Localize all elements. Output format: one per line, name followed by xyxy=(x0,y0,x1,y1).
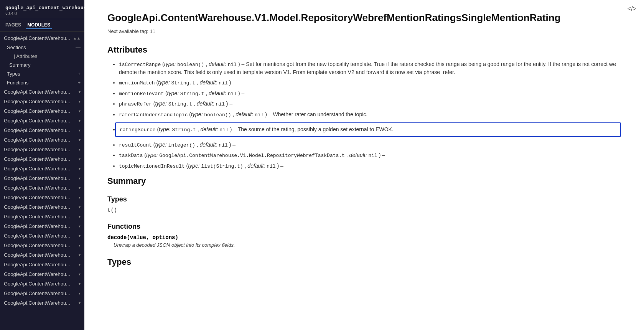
sidebar-module-0[interactable]: GoogleApi.ContentWarehou... ▾ xyxy=(0,87,84,97)
sidebar-types[interactable]: Types + xyxy=(0,69,84,78)
sidebar-module-17[interactable]: GoogleApi.ContentWarehou... ▾ xyxy=(0,250,84,260)
attr-type-resultCount: (type: integer() , default: nil ) – xyxy=(153,142,236,148)
sidebar-module-19[interactable]: GoogleApi.ContentWarehou... ▾ xyxy=(0,269,84,279)
sidebar-module-13[interactable]: GoogleApi.ContentWarehou... ▾ xyxy=(0,212,84,221)
summary-label: Summary xyxy=(9,62,31,68)
chevron-icon-0: ▾ xyxy=(79,90,81,94)
chevron-icon-7: ▾ xyxy=(79,157,81,161)
sidebar-summary[interactable]: Summary xyxy=(0,61,84,69)
tab-pages[interactable]: PAGES xyxy=(4,21,23,29)
types-heading: Types xyxy=(107,195,621,203)
chevron-icon-18: ▾ xyxy=(79,262,81,267)
sidebar-module-18[interactable]: GoogleApi.ContentWarehou... ▾ xyxy=(0,260,84,269)
function-description: Unwrap a decoded JSON object into its co… xyxy=(107,242,621,248)
attr-mentionMatch: mentionMatch (type: String.t , default: … xyxy=(119,79,621,87)
chevron-icon-2: ▾ xyxy=(79,109,81,113)
attr-name-isCorrectRange: isCorrectRange xyxy=(119,62,161,68)
sidebar-module-10[interactable]: GoogleApi.ContentWarehou... ▾ xyxy=(0,183,84,193)
sidebar-module-11[interactable]: GoogleApi.ContentWarehou... ▾ xyxy=(0,193,84,202)
sections-label: Sections xyxy=(7,45,26,50)
type-signature: t() xyxy=(107,207,621,213)
sidebar-module-15[interactable]: GoogleApi.ContentWarehou... ▾ xyxy=(0,231,84,241)
attr-type-mentionMatch: (type: String.t , default: nil ) – xyxy=(156,79,236,86)
types-plus-icon: + xyxy=(77,71,81,77)
module-label-17: GoogleApi.ContentWarehou... xyxy=(4,252,77,258)
chevron-icon-4: ▾ xyxy=(79,128,81,132)
sidebar-functions[interactable]: Functions + xyxy=(0,78,84,87)
sidebar-active-module[interactable]: GoogleApi.ContentWarehou... ▲ ▲ xyxy=(0,33,84,43)
sidebar-module-6[interactable]: GoogleApi.ContentWarehou... ▾ xyxy=(0,145,84,154)
chevron-icon-20: ▾ xyxy=(79,282,81,286)
sidebar-module-2[interactable]: GoogleApi.ContentWarehou... ▾ xyxy=(0,106,84,116)
attr-type-topicMentionedInResult: (type: list(String.t) , default: nil ) – xyxy=(186,163,283,169)
attributes-label: | Attributes xyxy=(14,53,37,59)
chevron-icon-16: ▾ xyxy=(79,243,81,248)
main-content: GoogleApi.ContentWarehouse.V1.Model.Repo… xyxy=(84,0,644,330)
attr-mentionRelevant: mentionRelevant (type: String.t , defaul… xyxy=(119,89,621,98)
sidebar-module-1[interactable]: GoogleApi.ContentWarehou... ▾ xyxy=(0,97,84,106)
sidebar-nav: GoogleApi.ContentWarehou... ▲ ▲ Sections… xyxy=(0,32,84,330)
code-toggle-icon[interactable]: </> xyxy=(628,5,636,12)
sidebar-tabs: PAGES MODULES xyxy=(0,19,84,32)
page-title: GoogleApi.ContentWarehouse.V1.Model.Repo… xyxy=(107,12,407,25)
attr-resultCount: resultCount (type: integer() , default: … xyxy=(119,141,621,149)
attr-name-mentionRelevant: mentionRelevant xyxy=(119,91,164,97)
sidebar-module-21[interactable]: GoogleApi.ContentWarehou... ▾ xyxy=(0,289,84,298)
chevron-icon-8: ▾ xyxy=(79,167,81,171)
sidebar-sections[interactable]: Sections — xyxy=(0,43,84,52)
up-arrow-icon: ▲ xyxy=(77,36,81,40)
module-label-18: GoogleApi.ContentWarehou... xyxy=(4,262,77,267)
attr-name-resultCount: resultCount xyxy=(119,142,152,148)
summary-heading: Summary xyxy=(107,176,621,186)
module-label-7: GoogleApi.ContentWarehou... xyxy=(4,156,77,162)
sidebar-module-5[interactable]: GoogleApi.ContentWarehou... ▾ xyxy=(0,135,84,145)
function-signature: decode(value, options) xyxy=(107,234,621,241)
module-label-22: GoogleApi.ContentWarehou... xyxy=(4,300,77,306)
attr-ratingSource-highlighted: ratingSource (type: String.t , default: … xyxy=(115,122,621,137)
next-tag-label: Next available tag: xyxy=(107,28,148,34)
attr-type-taskData: (type: GoogleApi.ContentWarehouse.V1.Mod… xyxy=(144,152,385,158)
active-module-label: GoogleApi.ContentWarehou... xyxy=(4,35,71,41)
tab-modules[interactable]: MODULES xyxy=(26,21,52,29)
module-label-4: GoogleApi.ContentWarehou... xyxy=(4,127,77,133)
module-label-14: GoogleApi.ContentWarehou... xyxy=(4,223,77,229)
attr-name-mentionMatch: mentionMatch xyxy=(119,80,155,86)
types-label: Types xyxy=(7,71,20,77)
module-label-13: GoogleApi.ContentWarehou... xyxy=(4,214,77,219)
sidebar-module-3[interactable]: GoogleApi.ContentWarehou... ▾ xyxy=(0,116,84,125)
attr-name-taskData: taskData xyxy=(119,153,143,158)
sidebar-module-14[interactable]: GoogleApi.ContentWarehou... ▾ xyxy=(0,221,84,231)
sidebar-module-12[interactable]: GoogleApi.ContentWarehou... ▾ xyxy=(0,202,84,212)
attr-type-raterCanUnderstandTopic: (type: boolean() , default: nil ) – Whet… xyxy=(189,111,367,117)
sidebar-module-4[interactable]: GoogleApi.ContentWarehou... ▾ xyxy=(0,125,84,135)
sidebar-version: v0.4.0 xyxy=(5,11,79,16)
chevron-icon-1: ▾ xyxy=(79,99,81,104)
module-label-5: GoogleApi.ContentWarehou... xyxy=(4,137,77,143)
sidebar-module-9[interactable]: GoogleApi.ContentWarehou... ▾ xyxy=(0,173,84,183)
chevron-icon-10: ▾ xyxy=(79,186,81,190)
attr-type-ratingSource: (type: String.t , default: nil ) – The s… xyxy=(157,126,394,132)
module-label-1: GoogleApi.ContentWarehou... xyxy=(4,99,77,104)
functions-plus-icon: + xyxy=(77,80,81,86)
sidebar-module-7[interactable]: GoogleApi.ContentWarehou... ▾ xyxy=(0,154,84,164)
attr-topicMentionedInResult: topicMentionedInResult (type: list(Strin… xyxy=(119,162,621,170)
attr-isCorrectRange: isCorrectRange (type: boolean() , defaul… xyxy=(119,60,621,77)
sidebar-attributes[interactable]: | Attributes xyxy=(0,52,84,61)
sidebar-header: google_api_content_warehouse v0.4.0 xyxy=(0,0,84,19)
chevron-icon-5: ▾ xyxy=(79,138,81,142)
chevron-icon-22: ▾ xyxy=(79,301,81,305)
module-label-19: GoogleApi.ContentWarehou... xyxy=(4,271,77,277)
module-label-16: GoogleApi.ContentWarehou... xyxy=(4,243,77,248)
chevron-icon-14: ▾ xyxy=(79,224,81,228)
attr-name-phraseRefer: phraseRefer xyxy=(119,101,152,107)
sidebar-module-8[interactable]: GoogleApi.ContentWarehou... ▾ xyxy=(0,164,84,173)
sidebar-module-16[interactable]: GoogleApi.ContentWarehou... ▾ xyxy=(0,241,84,250)
attr-type-phraseRefer: (type: String.t , default: nil ) – xyxy=(153,101,232,107)
sections-collapse-icon: — xyxy=(76,45,81,50)
attr-name-topicMentionedInResult: topicMentionedInResult xyxy=(119,163,185,169)
sidebar: google_api_content_warehouse v0.4.0 PAGE… xyxy=(0,0,84,330)
sidebar-module-20[interactable]: GoogleApi.ContentWarehou... ▾ xyxy=(0,279,84,289)
chevron-icon-19: ▾ xyxy=(79,272,81,276)
sidebar-module-22[interactable]: GoogleApi.ContentWarehou... ▾ xyxy=(0,298,84,308)
chevron-icon-9: ▾ xyxy=(79,176,81,180)
